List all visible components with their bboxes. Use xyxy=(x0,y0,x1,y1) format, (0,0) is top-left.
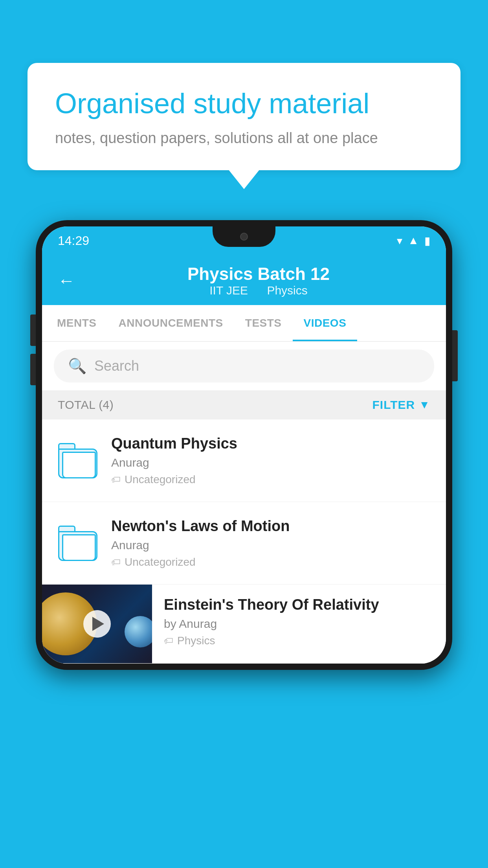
tag-label-quantum: Uncategorized xyxy=(125,473,196,486)
video-tag-newton: 🏷 Uncategorized xyxy=(111,556,432,568)
search-box[interactable]: 🔍 Search xyxy=(54,349,434,383)
back-button[interactable]: ← xyxy=(58,272,75,289)
signal-icon: ▲ xyxy=(408,234,419,247)
video-info-newton: Newton's Laws of Motion Anurag 🏷 Uncateg… xyxy=(111,518,432,568)
speech-bubble-container: Organised study material notes, question… xyxy=(28,63,460,170)
tab-ments[interactable]: MENTS xyxy=(46,305,108,341)
play-icon xyxy=(92,617,104,631)
filter-bar: TOTAL (4) FILTER ▼ xyxy=(42,390,446,419)
volume-up-button[interactable] xyxy=(30,314,36,346)
tag-icon-quantum: 🏷 xyxy=(111,474,121,485)
filter-button[interactable]: FILTER ▼ xyxy=(372,398,430,412)
phone-notch xyxy=(213,226,275,247)
video-author-quantum: Anurag xyxy=(111,456,432,469)
phone-mockup: 14:29 ▾ ▲ ▮ ← Physics Batch 12 IIT JEE P… xyxy=(36,220,452,670)
folder-thumb-newton xyxy=(56,522,99,565)
video-info-einstein: Einstein's Theory Of Relativity by Anura… xyxy=(152,585,446,655)
tabs-bar: MENTS ANNOUNCEMENTS TESTS VIDEOS xyxy=(42,305,446,342)
header-subtitle: IIT JEE Physics xyxy=(87,284,430,297)
wifi-icon: ▾ xyxy=(397,234,402,247)
phone-outer: 14:29 ▾ ▲ ▮ ← Physics Batch 12 IIT JEE P… xyxy=(36,220,452,670)
video-info-quantum: Quantum Physics Anurag 🏷 Uncategorized xyxy=(111,435,432,486)
tag-label-newton: Uncategorized xyxy=(125,556,196,568)
tab-videos[interactable]: VIDEOS xyxy=(293,305,358,341)
video-item-newton[interactable]: Newton's Laws of Motion Anurag 🏷 Uncateg… xyxy=(42,502,446,585)
video-author-newton: Anurag xyxy=(111,539,432,552)
play-button-einstein[interactable] xyxy=(83,610,111,638)
front-camera xyxy=(240,233,248,241)
video-tag-quantum: 🏷 Uncategorized xyxy=(111,473,432,486)
video-title-einstein: Einstein's Theory Of Relativity xyxy=(164,596,434,613)
folder-icon-quantum xyxy=(58,443,97,478)
search-icon: 🔍 xyxy=(68,357,86,375)
tag-icon-newton: 🏷 xyxy=(111,557,121,568)
folder-icon-newton xyxy=(58,526,97,561)
total-count: TOTAL (4) xyxy=(58,398,114,412)
tag-label-einstein: Physics xyxy=(177,634,215,647)
planet-small xyxy=(125,616,152,647)
tab-announcements[interactable]: ANNOUNCEMENTS xyxy=(108,305,234,341)
subtitle-physics: Physics xyxy=(267,284,307,297)
search-container: 🔍 Search xyxy=(42,342,446,390)
video-tag-einstein: 🏷 Physics xyxy=(164,634,434,647)
status-icons: ▾ ▲ ▮ xyxy=(397,234,430,247)
header-title: Physics Batch 12 xyxy=(87,264,430,284)
tab-tests[interactable]: TESTS xyxy=(234,305,293,341)
filter-icon: ▼ xyxy=(419,399,430,411)
bubble-subtitle: notes, question papers, solutions all at… xyxy=(55,130,433,147)
video-list: Quantum Physics Anurag 🏷 Uncategorized xyxy=(42,419,446,664)
bubble-title: Organised study material xyxy=(55,86,433,120)
header-title-block: Physics Batch 12 IIT JEE Physics xyxy=(87,264,430,297)
tag-icon-einstein: 🏷 xyxy=(164,635,173,646)
phone-screen: 14:29 ▾ ▲ ▮ ← Physics Batch 12 IIT JEE P… xyxy=(42,226,446,664)
battery-icon: ▮ xyxy=(424,234,430,247)
video-item-quantum[interactable]: Quantum Physics Anurag 🏷 Uncategorized xyxy=(42,419,446,502)
video-title-newton: Newton's Laws of Motion xyxy=(111,518,432,535)
filter-label: FILTER xyxy=(372,398,415,412)
folder-thumb-quantum xyxy=(56,439,99,482)
search-placeholder: Search xyxy=(94,358,139,374)
video-title-quantum: Quantum Physics xyxy=(111,435,432,452)
status-time: 14:29 xyxy=(58,234,89,248)
volume-down-button[interactable] xyxy=(30,354,36,385)
power-button[interactable] xyxy=(452,330,458,381)
app-header: ← Physics Batch 12 IIT JEE Physics xyxy=(42,255,446,305)
speech-bubble: Organised study material notes, question… xyxy=(28,63,460,170)
video-item-einstein[interactable]: Einstein's Theory Of Relativity by Anura… xyxy=(42,585,446,664)
video-thumbnail-einstein xyxy=(42,585,152,663)
video-author-einstein: by Anurag xyxy=(164,617,434,631)
subtitle-iit: IIT JEE xyxy=(209,284,248,297)
